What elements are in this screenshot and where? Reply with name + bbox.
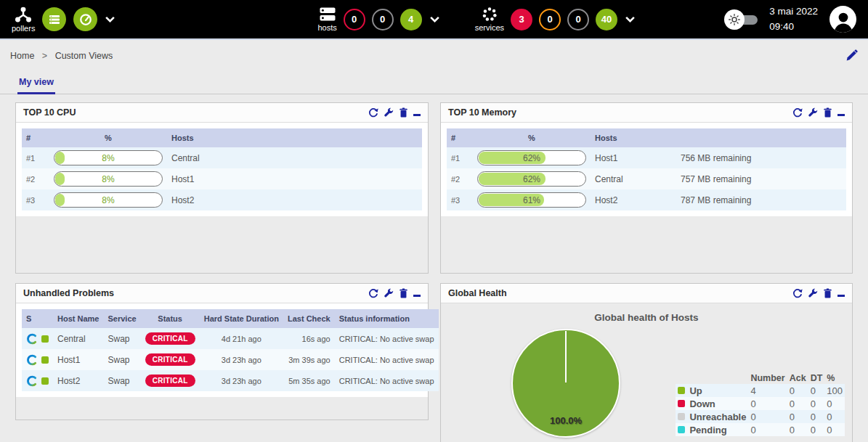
table-row[interactable]: #2 62% Central 757 MB remaining — [447, 168, 846, 189]
widget-header: TOP 10 Memory — [441, 103, 852, 123]
pollers-expand-chevron[interactable] — [105, 15, 115, 23]
legend-col-dt: DT — [808, 372, 825, 384]
remaining-cell: 757 MB remaining — [676, 168, 846, 189]
table-row[interactable]: #1 62% Host1 756 MB remaining — [447, 147, 846, 168]
tab-my-view[interactable]: My view — [17, 73, 55, 94]
minimize-icon[interactable] — [837, 290, 845, 297]
hosts-down-count[interactable]: 0 — [344, 9, 365, 30]
rank-cell: #3 — [22, 189, 49, 210]
col-remaining — [676, 128, 846, 147]
host-status-square — [41, 377, 49, 385]
minimize-icon[interactable] — [413, 110, 421, 116]
chart-title: Global health of Hosts — [441, 312, 852, 323]
table-row[interactable]: #3 8% Host2 — [22, 189, 422, 210]
legend-ack: 0 — [787, 423, 808, 436]
services-warning-count[interactable]: 0 — [539, 9, 561, 30]
wrench-icon[interactable] — [808, 288, 818, 298]
centreon-logo-icon[interactable] — [26, 375, 38, 387]
minimize-icon[interactable] — [837, 110, 845, 116]
status-badge: CRITICAL — [145, 332, 195, 345]
legend-label: Unreachable — [689, 412, 746, 422]
chevron-down-icon — [429, 15, 440, 23]
refresh-icon[interactable] — [368, 107, 378, 118]
legend-label: Down — [689, 398, 715, 409]
pollers-menu[interactable]: pollers — [12, 7, 35, 33]
health-legend: Number Ack DT % Up 4 0 0 100 — [676, 372, 845, 436]
user-avatar[interactable] — [830, 6, 856, 33]
legend-label: Up — [689, 385, 702, 396]
widget-actions — [368, 288, 421, 298]
widget-unhandled-problems: Unhandled Problems S Host Name Service S… — [15, 283, 429, 420]
table-row[interactable]: Host1 Swap CRITICAL 3d 23h ago 3m 39s ag… — [22, 349, 439, 370]
wrench-icon[interactable] — [384, 288, 394, 298]
minimize-icon[interactable] — [413, 290, 421, 297]
problems-table: S Host Name Service Status Hard State Du… — [22, 309, 439, 391]
pollers-label: pollers — [12, 24, 35, 33]
legend-number: 4 — [748, 384, 787, 397]
services-ok-count[interactable]: 40 — [596, 9, 617, 30]
trash-icon[interactable] — [399, 107, 408, 118]
hosts-unreachable-count[interactable]: 0 — [372, 9, 394, 30]
legend-color-square — [678, 413, 685, 420]
trash-icon[interactable] — [823, 107, 832, 118]
table-row[interactable]: Host2 Swap CRITICAL 3d 23h ago 5m 35s ag… — [22, 370, 439, 391]
hosts-menu[interactable]: hosts — [317, 7, 336, 32]
legend-label: Pending — [689, 425, 726, 435]
col-hosts: Hosts — [591, 128, 676, 147]
server-list-icon — [49, 14, 60, 25]
wrench-icon[interactable] — [808, 107, 818, 118]
refresh-icon[interactable] — [368, 288, 378, 298]
remaining-cell: 756 MB remaining — [676, 147, 846, 168]
host-status-square — [41, 335, 49, 343]
hosts-up-count[interactable]: 4 — [400, 9, 422, 30]
col-host-name: Host Name — [53, 309, 103, 328]
refresh-icon[interactable] — [792, 288, 803, 298]
services-expand-chevron[interactable] — [625, 15, 636, 23]
clock-time: 09:40 — [769, 20, 818, 34]
host-status-square — [41, 356, 49, 364]
hosts-health-pie: 100.0% — [511, 329, 620, 438]
edit-view-button[interactable] — [845, 49, 858, 62]
status-info-cell: CRITICAL: No active swap — [335, 349, 439, 370]
trash-icon[interactable] — [823, 288, 832, 298]
gauge-icon — [79, 13, 92, 26]
widget-global-health: Global Health Global health of Hosts 100… — [440, 283, 853, 442]
breadcrumb-home[interactable]: Home — [10, 51, 34, 61]
rank-cell: #2 — [447, 168, 473, 189]
col-status: Status — [141, 309, 200, 328]
breadcrumb-custom-views[interactable]: Custom Views — [55, 51, 113, 61]
service-cell: Swap — [103, 370, 140, 391]
breadcrumb: Home > Custom Views — [10, 51, 113, 61]
centreon-logo-icon[interactable] — [26, 333, 38, 345]
table-row[interactable]: #2 8% Host1 — [22, 168, 422, 189]
table-row[interactable]: #3 61% Host2 787 MB remaining — [447, 189, 846, 210]
table-row[interactable]: Central Swap CRITICAL 4d 21h ago 16s ago… — [22, 328, 439, 349]
services-unknown-count[interactable]: 0 — [567, 9, 589, 30]
refresh-icon[interactable] — [792, 107, 803, 118]
memory-usage-bar: 62% — [477, 171, 586, 187]
person-icon — [831, 9, 856, 33]
percent-label: 8% — [54, 151, 162, 165]
trash-icon[interactable] — [399, 288, 408, 298]
legend-ack: 0 — [787, 384, 808, 397]
wrench-icon[interactable] — [384, 107, 394, 118]
breadcrumb-separator: > — [42, 51, 47, 61]
legend-color-square — [678, 400, 685, 407]
legend-percent: 0 — [824, 410, 845, 423]
legend-row: Down 0 0 0 0 — [676, 397, 845, 410]
percent-label: 61% — [478, 193, 585, 207]
poller-gauge-button[interactable] — [73, 7, 97, 31]
services-critical-count[interactable]: 3 — [511, 9, 532, 30]
remaining-cell: 787 MB remaining — [676, 189, 846, 210]
theme-toggle[interactable] — [724, 9, 758, 30]
services-menu[interactable]: services — [475, 7, 504, 32]
view-tabs: My view — [0, 73, 868, 94]
hosts-expand-chevron[interactable] — [429, 15, 440, 23]
rank-cell: #3 — [447, 189, 473, 210]
sun-icon — [724, 9, 745, 30]
legend-color-square — [678, 426, 685, 433]
host-cell: Central — [591, 168, 676, 189]
table-row[interactable]: #1 8% Central — [22, 147, 422, 168]
centreon-logo-icon[interactable] — [26, 354, 38, 366]
poller-list-button[interactable] — [42, 7, 66, 31]
